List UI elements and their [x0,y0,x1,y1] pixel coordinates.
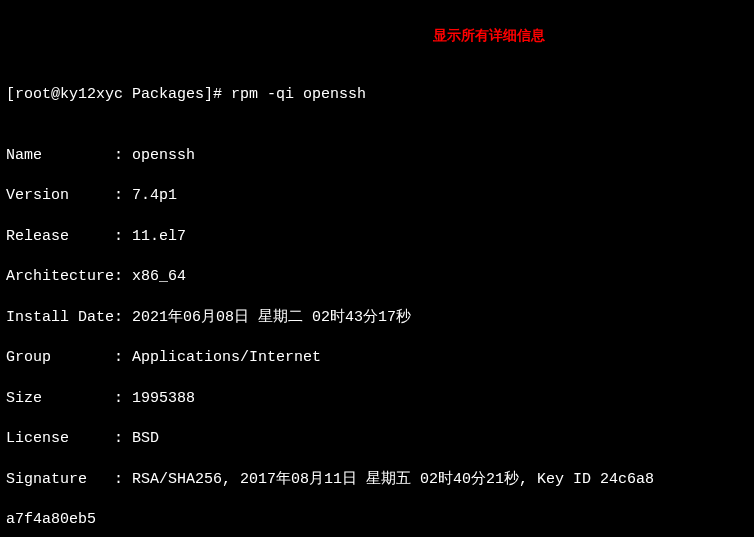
label: Group : [6,349,132,366]
field-version: Version : 7.4p1 [6,186,748,206]
label: Size : [6,390,132,407]
field-group: Group : Applications/Internet [6,348,748,368]
value: 1995388 [132,390,195,407]
label: Signature : [6,471,132,488]
field-name: Name : openssh [6,146,748,166]
label: Name : [6,147,132,164]
annotation-label: 显示所有详细信息 [433,26,545,45]
field-size: Size : 1995388 [6,389,748,409]
label: Release : [6,228,132,245]
value: BSD [132,430,159,447]
field-release: Release : 11.el7 [6,227,748,247]
label: License : [6,430,132,447]
value: 11.el7 [132,228,186,245]
value: 7.4p1 [132,187,177,204]
value: RSA/SHA256, 2017年08月11日 星期五 02时40分21秒, K… [132,471,654,488]
label: Version : [6,187,132,204]
value: Applications/Internet [132,349,321,366]
value: openssh [132,147,195,164]
shell-prompt[interactable]: [root@ky12xyc Packages]# rpm -qi openssh [6,85,748,105]
field-signature-cont: a7f4a80eb5 [6,510,748,530]
value: 2021年06月08日 星期二 02时43分17秒 [132,309,411,326]
field-signature: Signature : RSA/SHA256, 2017年08月11日 星期五 … [6,470,748,490]
field-license: License : BSD [6,429,748,449]
label: Architecture: [6,268,132,285]
field-architecture: Architecture: x86_64 [6,267,748,287]
label: Install Date: [6,309,132,326]
value: x86_64 [132,268,186,285]
field-install-date: Install Date: 2021年06月08日 星期二 02时43分17秒 [6,308,748,328]
